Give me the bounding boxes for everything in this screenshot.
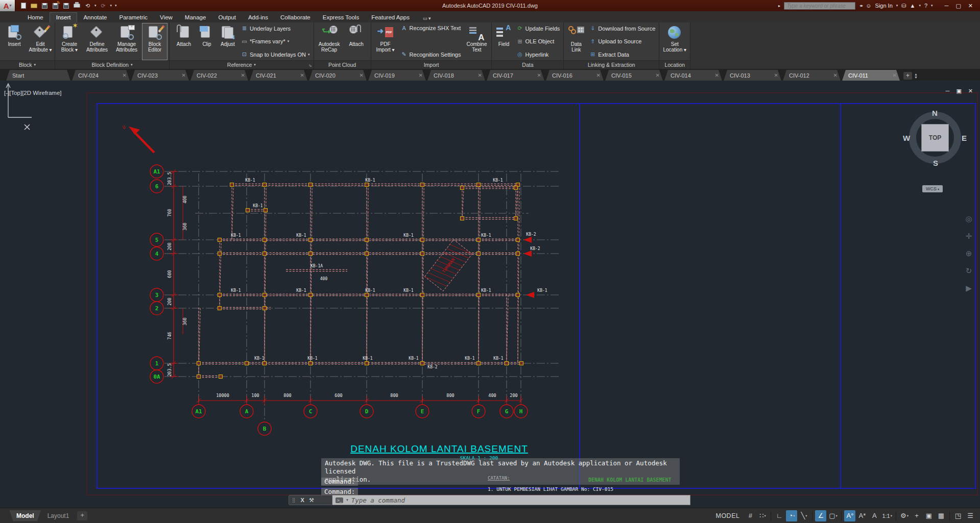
model-space-badge[interactable]: MODEL [715, 512, 739, 519]
compass-north[interactable]: N [932, 109, 938, 117]
ribbon-tab-manage[interactable]: Manage [179, 13, 212, 22]
customization-gear-icon[interactable]: ⚙▾ [899, 510, 910, 521]
steering-wheel-icon[interactable]: ◎ [965, 214, 972, 223]
file-tab-civ-011[interactable]: CIV-011✕ [842, 70, 900, 81]
field-button[interactable]: AField [493, 23, 514, 60]
manage-attributes-button[interactable]: ≡ManageAttributes [112, 23, 141, 60]
help-icon[interactable]: ? [924, 3, 927, 9]
doc-close-button[interactable]: ✕ [968, 88, 973, 94]
panel-title-block-definition[interactable]: Block Definition▾ [55, 60, 169, 69]
annotation-scale-icon[interactable]: A [869, 510, 880, 521]
orbit-icon[interactable]: ↻ [966, 266, 972, 276]
app-store-cart-icon[interactable]: ⛁ [901, 3, 906, 9]
scale-list[interactable]: 1:1▾ [881, 510, 893, 521]
download-source-button[interactable]: ⇓Download from Source [589, 25, 655, 32]
attach-button[interactable]: Attach [344, 23, 369, 60]
tab-close-icon[interactable]: ✕ [241, 72, 245, 78]
create-block-button[interactable]: ✶CreateBlock ▾ [57, 23, 82, 60]
edit-attribute-button[interactable]: EditAttribute ▾ [28, 23, 53, 60]
polar-tracking-icon[interactable]: ◔▾ [786, 510, 797, 521]
file-tab-civ-014[interactable]: CIV-014✕ [664, 70, 722, 81]
minimize-button[interactable]: ─ [945, 3, 949, 9]
search-icon[interactable]: ⚭ [859, 3, 862, 9]
viewcube-top-face[interactable]: TOP [921, 124, 949, 152]
snap-underlays-button[interactable]: ⊡Snap to Underlays ON▾ [241, 51, 310, 58]
snap-icon[interactable]: ∷▾ [757, 510, 768, 521]
view-cube[interactable]: N W E S TOP [907, 110, 963, 166]
tab-close-icon[interactable]: ✕ [419, 72, 423, 78]
tab-overflow-chevrons-icon[interactable]: ▲▼ [914, 73, 918, 79]
insert-button[interactable]: Insert [2, 23, 27, 60]
clip-button[interactable]: Clip [197, 23, 217, 60]
tab-close-icon[interactable]: ✕ [774, 72, 778, 78]
ribbon-display-toggle-icon[interactable]: ▭ ▾ [423, 16, 431, 21]
ribbon-tab-add-ins[interactable]: Add-ins [242, 13, 274, 22]
recognize-shx-button[interactable]: ARecognize SHX Text [401, 25, 461, 31]
ribbon-tab-insert[interactable]: Insert [50, 12, 78, 22]
command-line[interactable]: ⣿ X ⚒ >_ ▾ Type a command [289, 495, 690, 505]
file-tab-civ-015[interactable]: CIV-015✕ [605, 70, 663, 81]
command-close-icon[interactable]: X [301, 497, 304, 503]
help-caret-icon[interactable]: ▾ [931, 4, 933, 8]
undo-caret-icon[interactable]: ▾ [94, 4, 97, 8]
tab-close-icon[interactable]: ✕ [537, 72, 541, 78]
pdf-import-button[interactable]: ➜PDFPDFImport ▾ [373, 23, 398, 60]
file-tab-start[interactable]: Start [6, 70, 70, 81]
pan-hand-icon[interactable]: ✛ [966, 232, 972, 241]
ortho-icon[interactable]: ∟ [774, 510, 785, 521]
file-tab-civ-016[interactable]: CIV-016✕ [546, 70, 604, 81]
menu-icon[interactable]: ☰ [965, 510, 976, 521]
panel-title-point-cloud[interactable]: Point Cloud [314, 60, 371, 69]
panel-title-location[interactable]: Location [659, 60, 690, 69]
tab-close-icon[interactable]: ✕ [715, 72, 719, 78]
tab-close-icon[interactable]: ✕ [182, 72, 186, 78]
new-file-icon[interactable] [19, 2, 27, 9]
redo-caret-icon[interactable]: ▾ [110, 4, 112, 8]
layout1-tab[interactable]: Layout1 [41, 510, 76, 521]
clean-screen-icon[interactable]: ◳ [952, 510, 964, 521]
file-tab-civ-024[interactable]: CIV-024✕ [72, 70, 130, 81]
panel-caret-icon[interactable]: ▾ [131, 63, 133, 67]
open-file-icon[interactable] [30, 2, 38, 9]
ribbon-tab-express-tools[interactable]: Express Tools [317, 13, 365, 22]
combine-text-button[interactable]: ACombineText [463, 23, 490, 60]
collapse-icon[interactable]: ▸ [778, 4, 780, 8]
attach-button[interactable]: Attach [171, 23, 197, 60]
autodesk-exchange-icon[interactable]: ▲ [910, 3, 916, 9]
recognition-settings-button[interactable]: ✎Recognition Settings [401, 51, 461, 58]
file-tab-civ-018[interactable]: CIV-018✕ [427, 70, 485, 81]
underlay-layers-button[interactable]: ≣Underlay Layers [241, 25, 310, 32]
sign-in-button[interactable]: Sign In [875, 3, 893, 9]
save-web-icon[interactable] [62, 2, 70, 9]
wcs-selector[interactable]: WCS▾ [922, 185, 943, 192]
ribbon-tab-parametric[interactable]: Parametric [113, 13, 154, 22]
define-attributes-button[interactable]: DefineAttributes [83, 23, 111, 60]
file-tab-civ-019[interactable]: CIV-019✕ [368, 70, 426, 81]
show-motion-icon[interactable]: ▶ [966, 284, 972, 293]
file-tab-civ-022[interactable]: CIV-022✕ [190, 70, 248, 81]
zoom-magnifier-icon[interactable]: ⊕ [966, 249, 972, 258]
help-search-input[interactable] [784, 2, 855, 10]
recent-commands-caret-icon[interactable]: ▾ [346, 498, 348, 502]
save-icon[interactable] [41, 2, 49, 9]
file-tab-civ-013[interactable]: CIV-013✕ [724, 70, 781, 81]
tab-close-icon[interactable]: ✕ [478, 72, 482, 78]
caret-down-icon[interactable]: ▾ [288, 39, 290, 43]
doc-minimize-button[interactable]: ─ [946, 88, 950, 94]
tab-close-icon[interactable]: ✕ [893, 72, 897, 78]
ribbon-tab-annotate[interactable]: Annotate [77, 13, 113, 22]
dialog-launcher-icon[interactable]: ⇘ [308, 63, 312, 68]
panel-title-linking-extraction[interactable]: Linking & Extraction [564, 60, 659, 69]
exchange-caret-icon[interactable]: ▾ [919, 4, 921, 8]
file-tab-civ-021[interactable]: CIV-021✕ [250, 70, 307, 81]
panel-title-reference[interactable]: Reference▾⇘ [170, 60, 314, 69]
tab-close-icon[interactable]: ✕ [123, 72, 127, 78]
save-as-icon[interactable] [52, 2, 59, 9]
command-input[interactable]: >_ ▾ Type a command [332, 495, 690, 505]
block-editor-button[interactable]: BlockEditor [142, 23, 168, 60]
hyperlink-button[interactable]: ◎Hyperlink [516, 51, 560, 58]
upload-source-button[interactable]: ⇑Upload to Source [589, 38, 655, 45]
tab-close-icon[interactable]: ✕ [596, 72, 601, 78]
hardware-accel-icon[interactable]: ▦ [936, 510, 947, 521]
redo-icon[interactable]: ⟳ [100, 2, 107, 9]
